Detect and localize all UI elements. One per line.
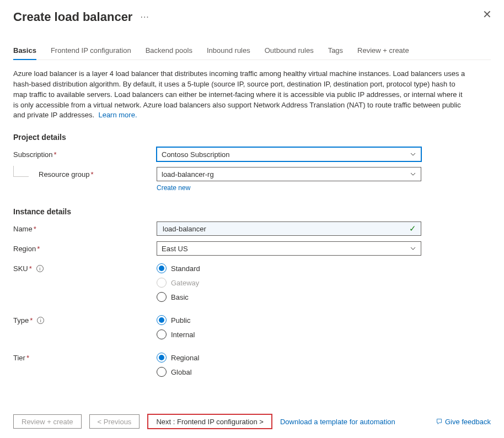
footer-bar: Review + create < Previous Next : Fronte… <box>13 414 491 429</box>
region-value: East US <box>162 245 188 253</box>
info-icon[interactable]: i <box>36 265 44 272</box>
tab-frontend-ip[interactable]: Frontend IP configuration <box>51 46 131 60</box>
tab-tags[interactable]: Tags <box>328 46 343 60</box>
previous-button[interactable]: < Previous <box>89 414 140 429</box>
sku-radio-standard[interactable]: Standard <box>157 263 200 273</box>
sku-radio-gateway: Gateway <box>157 278 200 288</box>
region-label: Region* <box>13 245 157 253</box>
tier-radio-global[interactable]: Global <box>157 367 199 377</box>
name-input-container: ✓ <box>157 221 421 236</box>
tab-review-create[interactable]: Review + create <box>357 46 409 60</box>
tab-basics[interactable]: Basics <box>13 46 36 60</box>
description-text: Azure load balancer is a layer 4 load ba… <box>13 69 465 121</box>
subscription-value: Contoso Subscription <box>162 150 230 159</box>
sku-label: SKU* i <box>13 263 157 273</box>
type-radio-public[interactable]: Public <box>157 315 195 325</box>
validation-check-icon: ✓ <box>409 224 416 234</box>
type-label: Type* i <box>13 315 157 325</box>
description-body: Azure load balancer is a layer 4 load ba… <box>13 69 465 119</box>
tier-label: Tier* <box>13 353 157 362</box>
page-title: Create load balancer <box>13 10 132 24</box>
region-select[interactable]: East US <box>157 241 421 256</box>
tab-backend-pools[interactable]: Backend pools <box>146 46 192 60</box>
resource-group-select[interactable]: load-balancer-rg <box>157 167 421 181</box>
feedback-icon <box>436 418 443 425</box>
sku-radio-basic[interactable]: Basic <box>157 292 200 302</box>
learn-more-link[interactable]: Learn more. <box>98 111 137 119</box>
chevron-down-icon <box>410 151 416 158</box>
chevron-down-icon <box>410 171 416 177</box>
create-new-link[interactable]: Create new <box>157 184 190 192</box>
indent-line <box>13 166 29 177</box>
resource-group-value: load-balancer-rg <box>162 170 214 179</box>
more-options-icon[interactable]: ··· <box>140 12 149 22</box>
next-button[interactable]: Next : Frontend IP configuration > <box>147 414 272 429</box>
tier-radio-regional[interactable]: Regional <box>157 353 199 363</box>
tab-inbound-rules[interactable]: Inbound rules <box>207 46 250 60</box>
chevron-down-icon <box>410 245 416 252</box>
resource-group-label: Resource group* <box>13 170 157 179</box>
tab-bar: Basics Frontend IP configuration Backend… <box>13 46 491 60</box>
info-icon[interactable]: i <box>37 317 44 324</box>
tab-outbound-rules[interactable]: Outbound rules <box>265 46 314 60</box>
subscription-select[interactable]: Contoso Subscription <box>157 147 421 161</box>
type-radio-internal[interactable]: Internal <box>157 329 195 339</box>
section-instance-details: Instance details <box>13 207 491 216</box>
name-label: Name* <box>13 225 157 233</box>
download-template-link[interactable]: Download a template for automation <box>280 418 395 426</box>
give-feedback-link[interactable]: Give feedback <box>436 418 491 426</box>
name-input[interactable] <box>162 224 409 234</box>
section-project-details: Project details <box>13 133 491 142</box>
review-create-button[interactable]: Review + create <box>13 414 82 429</box>
close-icon[interactable]: ✕ <box>482 9 492 20</box>
subscription-label: Subscription* <box>13 150 157 159</box>
